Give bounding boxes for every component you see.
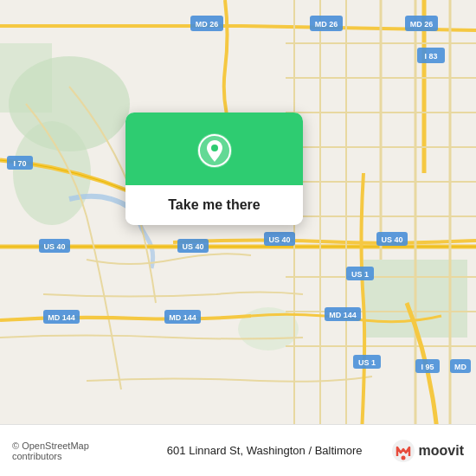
svg-text:US 1: US 1 (351, 270, 369, 279)
svg-text:US 40: US 40 (182, 242, 203, 251)
svg-rect-4 (0, 43, 52, 113)
address-text: 601 Linnard St, Washington / Baltimore (138, 444, 391, 457)
svg-text:MD: MD (454, 363, 466, 371)
map-container: MD 26 MD 26 MD 26 I 83 I 70 US 40 US 40 … (0, 0, 476, 476)
moovit-text-label: moovit (419, 443, 464, 459)
bottom-bar: © OpenStreetMap contributors 601 Linnard… (0, 424, 476, 476)
svg-text:MD 26: MD 26 (315, 20, 338, 29)
svg-text:I 70: I 70 (13, 159, 26, 168)
popup-icon-area (125, 113, 303, 185)
svg-text:MD 26: MD 26 (196, 20, 219, 29)
svg-text:I 95: I 95 (421, 363, 434, 371)
svg-point-61 (401, 455, 405, 460)
svg-text:MD 144: MD 144 (329, 311, 357, 319)
svg-text:US 1: US 1 (358, 358, 376, 367)
svg-text:US 40: US 40 (43, 242, 65, 251)
location-pin-icon (196, 132, 234, 170)
svg-text:MD 144: MD 144 (169, 313, 196, 322)
svg-text:MD 144: MD 144 (48, 313, 75, 322)
take-me-there-button[interactable]: Take me there (125, 185, 303, 225)
svg-text:US 40: US 40 (381, 235, 402, 244)
svg-text:US 40: US 40 (268, 235, 290, 244)
copyright-text: © OpenStreetMap contributors (12, 441, 138, 461)
map-background: MD 26 MD 26 MD 26 I 83 I 70 US 40 US 40 … (0, 0, 476, 476)
svg-text:MD 26: MD 26 (410, 20, 434, 29)
svg-line-8 (242, 26, 476, 30)
svg-point-59 (211, 145, 218, 151)
moovit-logo: moovit (391, 439, 464, 463)
moovit-icon (391, 439, 415, 463)
svg-text:I 83: I 83 (424, 52, 437, 61)
location-popup: Take me there (125, 113, 303, 225)
